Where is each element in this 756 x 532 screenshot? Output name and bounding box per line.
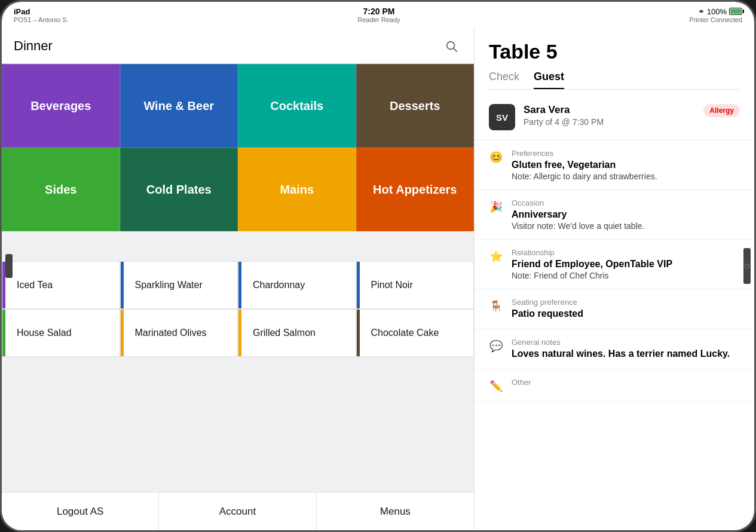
detail-value: Anniversary	[512, 209, 740, 220]
detail-row: 🪑Seating preferencePatio requested	[489, 298, 740, 320]
menu-title: Dinner	[14, 38, 434, 54]
menu-item-house-salad[interactable]: House Salad	[2, 309, 120, 357]
battery-line: ⚭ 100%	[698, 7, 742, 16]
item-label: Chardonnay	[247, 280, 305, 291]
details-container: 😊PreferencesGluten free, VegetarianNote:…	[475, 140, 754, 402]
item-color-bar	[121, 262, 124, 308]
right-panel: Table 5 CheckGuest SV Sara Vera Party of…	[474, 28, 754, 530]
bottom-bar: Logout ASAccountMenus	[2, 492, 474, 530]
items-grid: Iced TeaSparkling WaterChardonnayPinot N…	[2, 261, 474, 357]
status-bar-left: iPad POS1 – Antonio S.	[14, 7, 69, 23]
detail-label: Relationship	[512, 248, 740, 257]
detail-label: Seating preference	[512, 298, 740, 307]
detail-icon-occasion: 🎉	[489, 200, 503, 214]
detail-section-other: ✏️Other	[475, 369, 754, 402]
item-color-bar	[121, 310, 124, 356]
tab-row: CheckGuest	[489, 71, 740, 90]
item-color-bar	[238, 262, 241, 308]
detail-section-seating-preference: 🪑Seating preferencePatio requested	[475, 289, 754, 329]
item-label: Chocolate Cake	[365, 328, 439, 338]
items-spacer2	[2, 357, 474, 387]
guest-name: Sara Vera	[524, 104, 695, 116]
detail-row: ⭐RelationshipFriend of Employee, OpenTab…	[489, 248, 740, 280]
detail-section-general-notes: 💬General notesLoves natural wines. Has a…	[475, 329, 754, 369]
item-color-bar	[2, 310, 5, 356]
menu-item-sparkling-water[interactable]: Sparkling Water	[120, 261, 238, 309]
detail-section-relationship: ⭐RelationshipFriend of Employee, OpenTab…	[475, 240, 754, 289]
detail-value: Friend of Employee, OpenTable VIP	[512, 259, 740, 270]
status-bar-center: 7:20 PM Reader Ready	[358, 7, 400, 23]
bottom-btn-account[interactable]: Account	[159, 493, 316, 530]
right-side-button	[743, 248, 751, 284]
bluetooth-icon: ⚭	[698, 7, 705, 16]
detail-icon-general-notes: 💬	[489, 339, 503, 353]
guest-card: SV Sara Vera Party of 4 @ 7:30 PM Allerg…	[475, 99, 754, 140]
detail-value: Loves natural wines. Has a terrier named…	[512, 348, 740, 359]
reader-status: Reader Ready	[358, 16, 400, 23]
detail-label: Other	[512, 378, 740, 387]
battery-fill	[730, 9, 741, 14]
detail-value: Gluten free, Vegetarian	[512, 160, 740, 170]
bottom-btn-menus[interactable]: Menus	[317, 493, 474, 530]
detail-label: Occasion	[512, 198, 740, 207]
detail-icon-seating-preference: 🪑	[489, 299, 503, 313]
item-label: House Salad	[11, 328, 72, 338]
tab-check[interactable]: Check	[489, 71, 519, 89]
detail-note: Note: Friend of Chef Chris	[512, 271, 740, 280]
detail-row: 😊PreferencesGluten free, VegetarianNote:…	[489, 149, 740, 181]
detail-icon-relationship: ⭐	[489, 249, 503, 264]
item-label: Marinated Olives	[129, 328, 207, 338]
item-color-bar	[357, 262, 360, 308]
menu-item-pinot-noir[interactable]: Pinot Noir	[356, 261, 475, 309]
category-cell-wine-&-beer[interactable]: Wine & Beer	[120, 64, 238, 148]
search-bar: Dinner	[2, 28, 474, 64]
detail-note: Visitor note: We'd love a quiet table.	[512, 221, 740, 231]
avatar: SV	[489, 104, 515, 130]
left-panel: Dinner BeveragesWine & BeerCocktailsDess…	[2, 28, 474, 530]
right-side-icon	[745, 264, 749, 268]
menu-item-grilled-salmon[interactable]: Grilled Salmon	[238, 309, 356, 357]
search-button[interactable]	[440, 35, 462, 57]
item-color-bar	[238, 310, 241, 356]
detail-row: ✏️Other	[489, 378, 740, 393]
menu-item-iced-tea[interactable]: Iced Tea	[2, 261, 120, 309]
main-content: Dinner BeveragesWine & BeerCocktailsDess…	[2, 28, 754, 530]
category-cell-cocktails[interactable]: Cocktails	[238, 64, 356, 148]
detail-note: Note: Allergic to dairy and strawberries…	[512, 172, 740, 181]
detail-section-preferences: 😊PreferencesGluten free, VegetarianNote:…	[475, 140, 754, 190]
tab-guest[interactable]: Guest	[534, 71, 564, 89]
detail-icon-other: ✏️	[489, 379, 503, 393]
items-spacer	[2, 231, 474, 261]
items-area: Iced TeaSparkling WaterChardonnayPinot N…	[2, 231, 474, 492]
allergy-badge: Allergy	[703, 104, 740, 117]
time-display: 7:20 PM	[358, 7, 400, 16]
category-cell-beverages[interactable]: Beverages	[2, 64, 120, 148]
table-title: Table 5	[489, 40, 740, 63]
detail-row: 💬General notesLoves natural wines. Has a…	[489, 338, 740, 360]
menu-item-chocolate-cake[interactable]: Chocolate Cake	[356, 309, 475, 357]
category-grid: BeveragesWine & BeerCocktailsDessertsSid…	[2, 64, 474, 231]
guest-info: Sara Vera Party of 4 @ 7:30 PM	[524, 104, 695, 127]
device-name: iPad	[14, 7, 69, 16]
status-bar: iPad POS1 – Antonio S. 7:20 PM Reader Re…	[2, 2, 754, 28]
category-cell-cold-plates[interactable]: Cold Plates	[120, 148, 238, 231]
menu-item-chardonnay[interactable]: Chardonnay	[238, 261, 356, 309]
item-label: Pinot Noir	[365, 280, 413, 291]
detail-content: OccasionAnniversaryVisitor note: We'd lo…	[512, 198, 740, 231]
item-color-bar	[357, 310, 360, 356]
pos-name: POS1 – Antonio S.	[14, 16, 69, 23]
guest-party: Party of 4 @ 7:30 PM	[524, 117, 695, 127]
item-label: Iced Tea	[11, 280, 53, 291]
category-cell-desserts[interactable]: Desserts	[356, 64, 475, 148]
battery-pct: 100%	[707, 7, 727, 16]
battery-icon	[729, 8, 742, 15]
bottom-btn-logout-as[interactable]: Logout AS	[2, 493, 159, 530]
menu-item-marinated-olives[interactable]: Marinated Olives	[120, 309, 238, 357]
detail-content: RelationshipFriend of Employee, OpenTabl…	[512, 248, 740, 280]
item-label: Grilled Salmon	[247, 328, 316, 338]
category-cell-hot-appetizers[interactable]: Hot Appetizers	[356, 148, 475, 231]
category-cell-sides[interactable]: Sides	[2, 148, 120, 231]
detail-label: Preferences	[512, 149, 740, 158]
right-header: Table 5 CheckGuest	[475, 28, 754, 99]
category-cell-mains[interactable]: Mains	[238, 148, 356, 231]
